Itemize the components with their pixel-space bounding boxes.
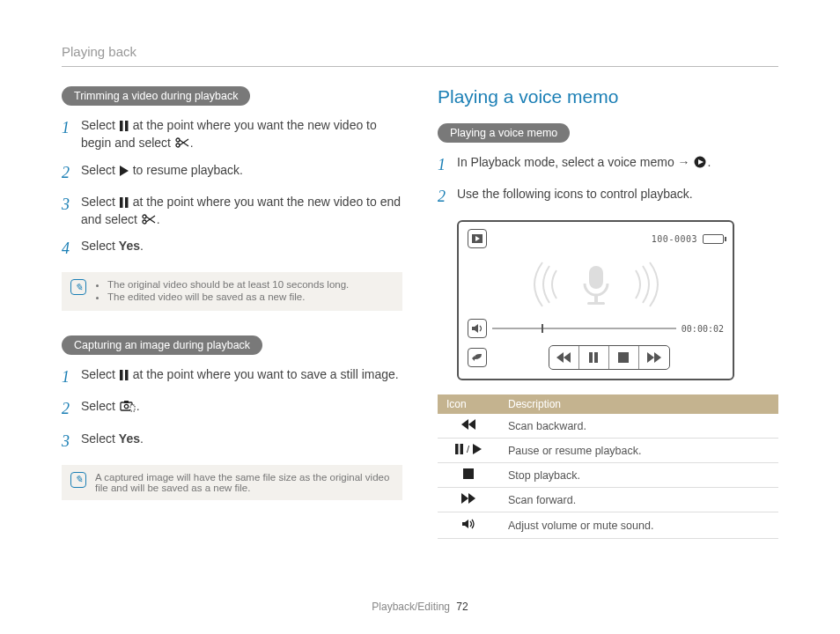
- footer-section: Playback/Editing: [372, 601, 450, 613]
- svg-marker-39: [473, 444, 482, 454]
- pause-icon: [120, 370, 129, 380]
- progress-bar: [492, 328, 676, 329]
- svg-rect-1: [125, 121, 129, 131]
- memo-step-1: 1 In Playback mode, select a voice memo …: [438, 153, 778, 176]
- svg-rect-31: [618, 352, 629, 363]
- svg-point-2: [176, 138, 180, 142]
- page-header: Playing back: [62, 44, 778, 67]
- rewind-button: [549, 346, 579, 369]
- capture-step-1: 1 Select at the point where you want to …: [62, 365, 402, 388]
- step-number: 2: [62, 161, 81, 184]
- svg-line-4: [180, 140, 188, 146]
- elapsed-time: 00:00:02: [682, 324, 724, 334]
- scissors-icon: [142, 213, 156, 225]
- pill-trimming: Trimming a video during playback: [62, 86, 250, 106]
- cell-desc: Scan forward.: [499, 488, 778, 512]
- cell-desc: Adjust volume or mute sound.: [499, 512, 778, 539]
- svg-marker-43: [462, 520, 468, 528]
- step-number: 3: [62, 193, 81, 216]
- pause-icon: [120, 197, 129, 208]
- svg-rect-8: [125, 197, 129, 208]
- step-number: 1: [62, 365, 81, 388]
- scissors-icon: [175, 136, 189, 149]
- step-text: Select at the point where you want the n…: [81, 193, 402, 229]
- step-text: Select to resume playback.: [81, 161, 402, 179]
- step-number: 1: [62, 116, 81, 139]
- step-number: 2: [438, 185, 457, 208]
- svg-line-5: [180, 139, 188, 145]
- step-text: In Playback mode, select a voice memo → …: [457, 153, 778, 171]
- svg-rect-30: [594, 352, 598, 363]
- svg-marker-41: [461, 493, 468, 504]
- svg-rect-7: [120, 197, 123, 208]
- playback-mode-icon: [468, 229, 487, 248]
- left-column: Trimming a video during playback 1 Selec…: [62, 86, 402, 539]
- icon-description-table: Icon Description Scan backward. / Pause …: [438, 394, 778, 539]
- svg-rect-24: [594, 295, 598, 302]
- svg-rect-14: [125, 370, 129, 380]
- note-text: A captured image will have the same file…: [95, 472, 394, 493]
- svg-rect-0: [120, 121, 123, 131]
- battery-icon: [703, 234, 724, 244]
- svg-marker-34: [461, 419, 468, 430]
- file-label: 100-0003: [652, 234, 697, 244]
- pause-play-icon: /: [438, 439, 499, 463]
- forward-icon: [438, 488, 499, 512]
- svg-rect-13: [120, 370, 123, 380]
- svg-rect-40: [463, 468, 474, 479]
- step-number: 1: [438, 153, 457, 176]
- table-header-desc: Description: [499, 394, 778, 414]
- note-list: The original video should be at least 10…: [95, 279, 349, 304]
- table-row: Scan forward.: [438, 488, 778, 512]
- page-number: 72: [456, 601, 468, 613]
- stop-icon: [438, 463, 499, 488]
- svg-rect-18: [130, 405, 135, 411]
- play-icon: [120, 166, 129, 176]
- note-item: The original video should be at least 10…: [107, 279, 349, 290]
- page-footer: Playback/Editing 72: [0, 601, 840, 613]
- step-text: Select .: [81, 397, 402, 415]
- note-icon: ✎: [70, 279, 86, 295]
- svg-point-10: [143, 220, 146, 224]
- svg-marker-33: [654, 352, 661, 363]
- play-circle-icon: [694, 156, 706, 168]
- svg-point-9: [143, 215, 146, 218]
- stop-button: [609, 346, 639, 369]
- note-item: The edited video will be saved as a new …: [107, 291, 349, 302]
- table-row: Scan backward.: [438, 414, 778, 439]
- back-icon: [468, 348, 487, 367]
- step-text: Select at the point where you want to sa…: [81, 365, 402, 383]
- step-number: 2: [62, 397, 81, 420]
- pill-capturing: Capturing an image during playback: [62, 335, 262, 355]
- capture-step-3: 3 Select Yes.: [62, 430, 402, 453]
- step-number: 4: [62, 237, 81, 260]
- cell-desc: Stop playback.: [499, 463, 778, 488]
- pause-icon: [120, 121, 129, 131]
- step-number: 3: [62, 430, 81, 453]
- svg-rect-23: [589, 266, 603, 289]
- forward-button: [639, 346, 669, 369]
- svg-rect-25: [587, 302, 605, 305]
- trim-step-2: 2 Select to resume playback.: [62, 161, 402, 184]
- table-row: Stop playback.: [438, 463, 778, 488]
- rewind-icon: [438, 414, 499, 439]
- memo-step-2: 2 Use the following icons to control pla…: [438, 185, 778, 208]
- table-row: Adjust volume or mute sound.: [438, 512, 778, 539]
- svg-line-12: [146, 216, 155, 222]
- trim-step-3: 3 Select at the point where you want the…: [62, 193, 402, 229]
- section-title: Playing a voice memo: [438, 86, 778, 107]
- camera-crop-icon: [120, 400, 136, 412]
- step-text: Select at the point where you want the n…: [81, 116, 402, 152]
- svg-marker-6: [120, 166, 129, 176]
- svg-marker-35: [468, 419, 475, 430]
- svg-marker-32: [647, 352, 654, 363]
- step-text: Select Yes.: [81, 430, 402, 447]
- svg-marker-27: [556, 352, 564, 363]
- step-text: Use the following icons to control playb…: [457, 185, 778, 203]
- table-row: / Pause or resume playback.: [438, 439, 778, 463]
- svg-marker-42: [468, 493, 475, 504]
- svg-marker-26: [472, 324, 478, 333]
- microphone-graphic: [468, 254, 724, 315]
- note-icon: ✎: [70, 472, 86, 488]
- memo-steps: 1 In Playback mode, select a voice memo …: [438, 153, 778, 208]
